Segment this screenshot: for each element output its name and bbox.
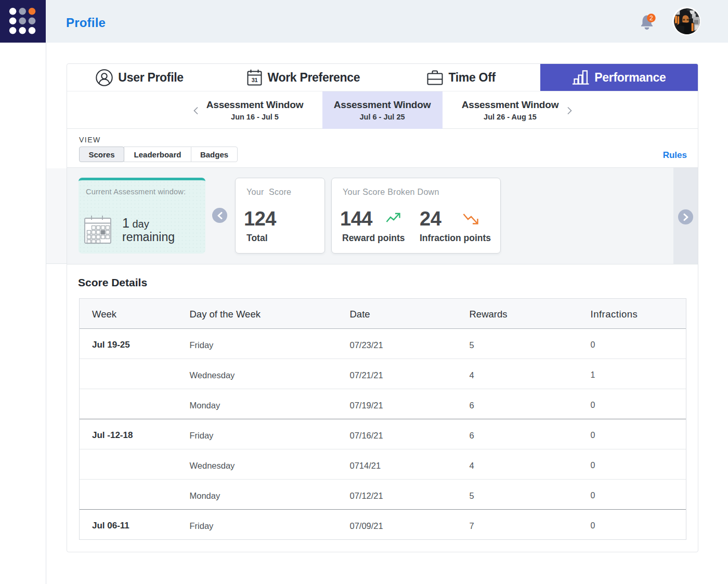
svg-text:31: 31: [252, 77, 258, 83]
svg-text:2: 2: [649, 15, 653, 22]
